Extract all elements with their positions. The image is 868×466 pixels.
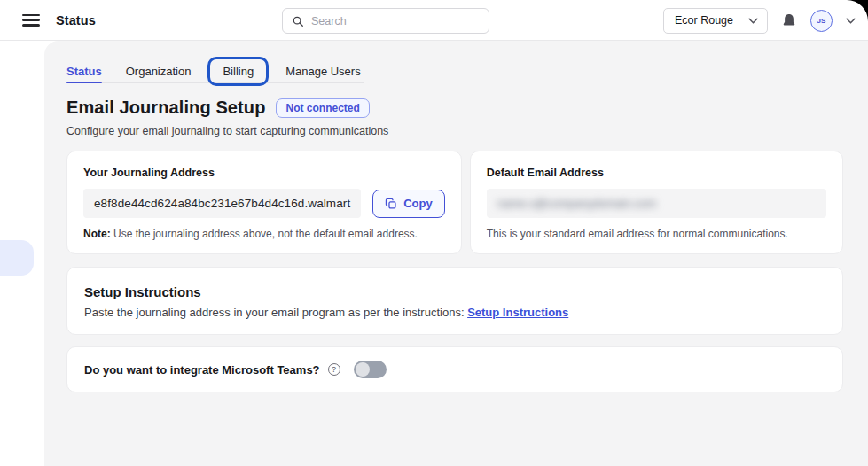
- topbar-right-cluster: Ecor Rouge JS: [663, 0, 856, 41]
- menu-icon[interactable]: [22, 14, 40, 27]
- account-chevron-down-icon[interactable]: [846, 18, 856, 24]
- avatar[interactable]: JS: [810, 10, 833, 32]
- bell-icon[interactable]: [781, 12, 797, 29]
- page-title: Email Journaling Setup: [66, 97, 265, 118]
- search-box[interactable]: [282, 8, 489, 34]
- tab-organization[interactable]: Organization: [126, 60, 192, 82]
- default-email-card: Default Email Address name.s@companydoma…: [470, 151, 843, 254]
- top-bar: Status Ecor Rouge JS: [0, 0, 868, 41]
- default-email-value-box: name.s@companydomain.com: [487, 189, 826, 218]
- collapsed-sidebar: [0, 41, 44, 466]
- status-badge: Not connected: [276, 98, 369, 118]
- journaling-address-card: Your Journaling Address e8f8de44cd624a84…: [66, 151, 462, 254]
- organization-selector[interactable]: Ecor Rouge: [663, 8, 768, 34]
- organization-selector-value: Ecor Rouge: [675, 14, 733, 27]
- address-cards-row: Your Journaling Address e8f8de44cd624a84…: [66, 151, 843, 254]
- page-heading-row: Email Journaling Setup Not connected: [66, 97, 843, 118]
- journaling-address-row: e8f8de44cd624a84bc231e67b4d4c16d.walmart…: [83, 189, 445, 218]
- copy-icon: [385, 198, 397, 210]
- teams-toggle[interactable]: [354, 361, 387, 378]
- teams-question-label: Do you want to integrate Microsoft Teams…: [84, 363, 320, 377]
- teams-toggle-knob: [356, 362, 370, 377]
- tab-bar: Status Organization Billing Manage Users: [66, 60, 364, 83]
- tab-manage-users[interactable]: Manage Users: [285, 60, 361, 82]
- setup-instructions-body: Paste the journaling address in your ema…: [84, 306, 825, 319]
- setup-body-text: Paste the journaling address in your ema…: [84, 306, 467, 319]
- billing-tab-highlight-box: Billing: [207, 57, 269, 86]
- journaling-address-label: Your Journaling Address: [83, 167, 445, 179]
- tab-billing[interactable]: Billing: [223, 65, 254, 78]
- main-content: Status Organization Billing Manage Users…: [44, 41, 868, 466]
- sidebar-active-item-indicator[interactable]: [0, 240, 34, 276]
- copy-button[interactable]: Copy: [372, 190, 445, 218]
- page-subtitle: Configure your email journaling to start…: [66, 125, 843, 137]
- setup-instructions-card: Setup Instructions Paste the journaling …: [66, 267, 843, 335]
- page-header-title: Status: [56, 13, 96, 27]
- journaling-address-value: e8f8de44cd624a84bc231e67b4d4c16d.walmart: [83, 189, 361, 218]
- chevron-down-icon: [748, 18, 758, 24]
- copy-button-label: Copy: [403, 197, 433, 210]
- tab-status[interactable]: Status: [66, 60, 102, 82]
- setup-instructions-title: Setup Instructions: [84, 284, 825, 299]
- setup-instructions-link[interactable]: Setup Instructions: [467, 306, 568, 319]
- note-prefix: Note:: [83, 228, 111, 240]
- help-icon[interactable]: ?: [328, 363, 340, 376]
- journaling-note: Note: Use the journaling address above, …: [83, 228, 445, 240]
- search-icon: [292, 15, 304, 27]
- redacted-email-value: name.s@companydomain.com: [497, 197, 656, 210]
- default-email-label: Default Email Address: [487, 167, 826, 179]
- teams-integration-card: Do you want to integrate Microsoft Teams…: [66, 346, 843, 392]
- default-email-caption: This is your standard email address for …: [487, 228, 826, 240]
- search-input[interactable]: [311, 15, 480, 27]
- note-text: Use the journaling address above, not th…: [111, 228, 418, 240]
